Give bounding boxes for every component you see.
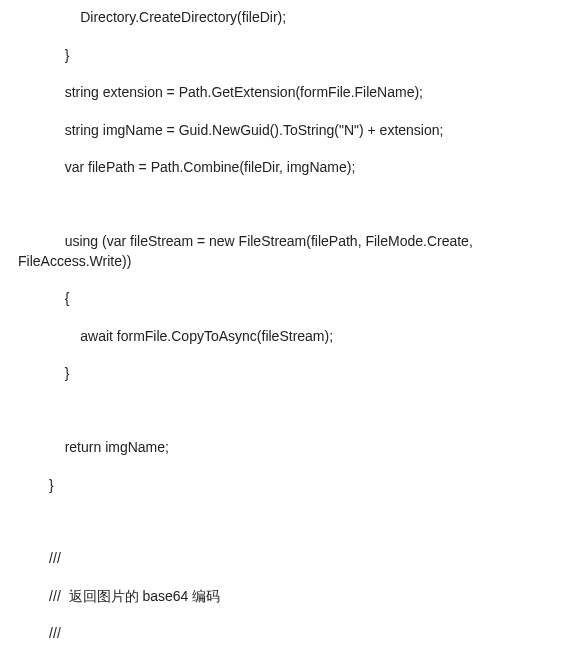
code-line: } (0, 476, 562, 496)
code-line: } (0, 364, 562, 384)
code-line: { (0, 289, 562, 309)
code-line: } (0, 46, 562, 66)
code-line (0, 196, 562, 214)
code-line: Directory.CreateDirectory(fileDir); (0, 8, 562, 28)
code-line (0, 402, 562, 420)
code-line: string imgName = Guid.NewGuid().ToString… (0, 121, 562, 141)
code-line: /// (0, 549, 562, 569)
code-block: Directory.CreateDirectory(fileDir); } st… (0, 0, 562, 664)
code-line: var filePath = Path.Combine(fileDir, img… (0, 158, 562, 178)
code-line: using (var fileStream = new FileStream(f… (0, 232, 562, 271)
code-line: return imgName; (0, 438, 562, 458)
code-line (0, 513, 562, 531)
code-line: await formFile.CopyToAsync(fileStream); (0, 327, 562, 347)
code-line: /// (0, 624, 562, 644)
code-line: string extension = Path.GetExtension(for… (0, 83, 562, 103)
code-line: /// 返回图片的 base64 编码 (0, 587, 562, 607)
